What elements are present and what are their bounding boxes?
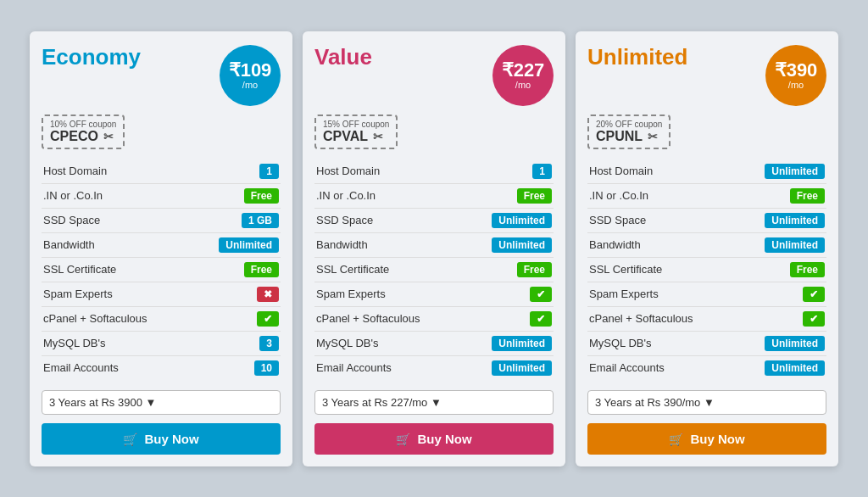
feature-value-economy-4: Free	[197, 257, 281, 282]
feature-value-value-8: Unlimited	[470, 355, 554, 380]
feature-name-unlimited-4: SSL Certificate	[587, 257, 743, 282]
table-row: SSD Space1 GB	[42, 208, 281, 232]
feature-badge-value-3: Unlimited	[492, 237, 552, 253]
feature-value-economy-3: Unlimited	[197, 232, 281, 257]
feature-badge-unlimited-7: Unlimited	[765, 336, 825, 351]
feature-value-value-7: Unlimited	[470, 331, 554, 355]
feature-badge-economy-1: Free	[244, 188, 279, 204]
features-table-value: Host Domain1.IN or .Co.InFreeSSD SpaceUn…	[314, 159, 554, 380]
feature-badge-value-4: Free	[517, 262, 552, 277]
plan-title-economy: Economy	[42, 45, 141, 70]
plan-select-economy[interactable]: 3 Years at Rs 3900 ▼	[42, 390, 281, 415]
feature-value-economy-1: Free	[197, 183, 281, 208]
table-row: SSD SpaceUnlimited	[314, 208, 554, 232]
feature-name-value-8: Email Accounts	[314, 355, 470, 380]
feature-value-value-0: 1	[470, 159, 554, 184]
feature-value-unlimited-7: Unlimited	[743, 331, 826, 355]
table-row: Host DomainUnlimited	[587, 159, 826, 184]
table-row: Spam Experts✔	[314, 282, 554, 306]
feature-name-unlimited-8: Email Accounts	[587, 355, 743, 380]
table-row: MySQL DB's3	[42, 331, 281, 355]
table-row: cPanel + Softaculous✔	[587, 306, 826, 331]
feature-badge-economy-4: Free	[244, 262, 279, 277]
plan-header-value: Value₹227/mo	[314, 45, 554, 106]
feature-badge-unlimited-1: Free	[790, 188, 825, 204]
cart-icon-unlimited	[669, 432, 683, 446]
buy-button-unlimited[interactable]: Buy Now	[587, 423, 826, 455]
plan-select-unlimited[interactable]: 3 Years at Rs 390/mo ▼	[587, 390, 826, 415]
coupon-box-unlimited: 20% OFF couponCPUNL✂	[587, 114, 670, 149]
feature-badge-value-6: ✔	[530, 311, 552, 327]
feature-value-unlimited-3: Unlimited	[743, 232, 826, 257]
feature-name-value-1: .IN or .Co.In	[314, 183, 470, 208]
feature-name-economy-8: Email Accounts	[42, 355, 197, 380]
coupon-code-text-economy: CPECO	[50, 129, 98, 144]
plan-card-value: Value₹227/mo15% OFF couponCPVAL✂Host Dom…	[303, 31, 565, 466]
plan-header-unlimited: Unlimited₹390/mo	[587, 45, 826, 106]
table-row: SSL CertificateFree	[314, 257, 554, 282]
feature-badge-value-5: ✔	[530, 287, 552, 302]
feature-value-unlimited-5: ✔	[743, 282, 826, 306]
feature-badge-economy-8: 10	[254, 360, 279, 376]
feature-name-economy-2: SSD Space	[42, 208, 197, 232]
price-circle-value: ₹227/mo	[492, 45, 554, 106]
feature-value-unlimited-1: Free	[743, 183, 826, 208]
table-row: MySQL DB'sUnlimited	[314, 331, 554, 355]
plan-header-economy: Economy₹109/mo	[42, 45, 281, 106]
coupon-code-unlimited: CPUNL✂	[596, 129, 662, 144]
table-row: Spam Experts✔	[587, 282, 826, 306]
feature-value-unlimited-4: Free	[743, 257, 826, 282]
buy-button-economy[interactable]: Buy Now	[42, 423, 281, 455]
feature-badge-unlimited-8: Unlimited	[765, 360, 825, 376]
feature-value-unlimited-2: Unlimited	[743, 208, 826, 232]
table-row: .IN or .Co.InFree	[314, 183, 554, 208]
feature-badge-value-7: Unlimited	[492, 336, 552, 351]
feature-name-economy-0: Host Domain	[42, 159, 197, 184]
features-table-unlimited: Host DomainUnlimited.IN or .Co.InFreeSSD…	[587, 159, 826, 380]
price-circle-unlimited: ₹390/mo	[765, 45, 826, 106]
plan-title-unlimited: Unlimited	[587, 45, 687, 70]
feature-value-value-5: ✔	[470, 282, 554, 306]
feature-value-economy-0: 1	[197, 159, 281, 184]
feature-name-unlimited-0: Host Domain	[587, 159, 743, 184]
feature-name-economy-4: SSL Certificate	[42, 257, 197, 282]
feature-badge-unlimited-6: ✔	[803, 311, 825, 327]
feature-name-unlimited-2: SSD Space	[587, 208, 743, 232]
table-row: .IN or .Co.InFree	[587, 183, 826, 208]
table-row: Email Accounts10	[42, 355, 281, 380]
feature-name-value-7: MySQL DB's	[314, 331, 470, 355]
table-row: Host Domain1	[42, 159, 281, 184]
feature-value-economy-2: 1 GB	[197, 208, 281, 232]
feature-name-value-5: Spam Experts	[314, 282, 470, 306]
feature-badge-unlimited-2: Unlimited	[765, 213, 825, 228]
feature-value-value-3: Unlimited	[470, 232, 554, 257]
price-amount-unlimited: ₹390	[775, 61, 818, 80]
feature-value-economy-7: 3	[197, 331, 281, 355]
table-row: SSL CertificateFree	[587, 257, 826, 282]
feature-badge-unlimited-3: Unlimited	[765, 237, 825, 253]
feature-name-value-3: Bandwidth	[314, 232, 470, 257]
feature-name-unlimited-7: MySQL DB's	[587, 331, 743, 355]
coupon-label-economy: 10% OFF coupon	[50, 120, 116, 129]
table-row: BandwidthUnlimited	[587, 232, 826, 257]
feature-value-value-4: Free	[470, 257, 554, 282]
feature-value-economy-5: ✖	[197, 282, 281, 306]
feature-badge-economy-2: 1 GB	[242, 213, 279, 228]
coupon-label-unlimited: 20% OFF coupon	[596, 120, 662, 129]
feature-name-economy-3: Bandwidth	[42, 232, 197, 257]
feature-badge-economy-7: 3	[259, 336, 279, 351]
feature-name-economy-6: cPanel + Softaculous	[42, 306, 197, 331]
feature-badge-value-0: 1	[532, 164, 552, 179]
feature-name-unlimited-6: cPanel + Softaculous	[587, 306, 743, 331]
buy-button-label-economy: Buy Now	[144, 432, 198, 446]
feature-badge-economy-5: ✖	[257, 287, 279, 302]
coupon-label-value: 15% OFF coupon	[323, 120, 389, 129]
table-row: SSL CertificateFree	[42, 257, 281, 282]
table-row: Host Domain1	[314, 159, 554, 184]
price-mo-economy: /mo	[242, 80, 258, 90]
plan-select-value[interactable]: 3 Years at Rs 227/mo ▼	[314, 390, 554, 415]
buy-button-value[interactable]: Buy Now	[314, 423, 554, 455]
feature-badge-unlimited-5: ✔	[803, 287, 825, 302]
feature-name-value-0: Host Domain	[314, 159, 470, 184]
table-row: Spam Experts✖	[42, 282, 281, 306]
